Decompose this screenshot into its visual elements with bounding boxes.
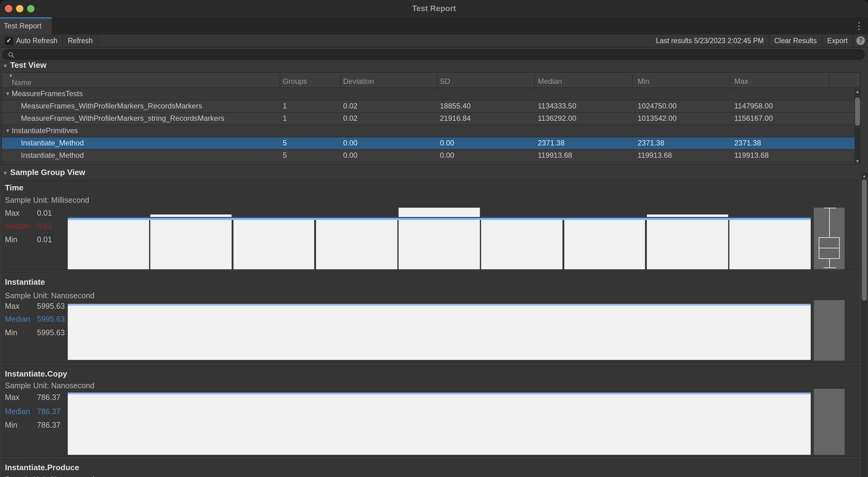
sample-bar[interactable] <box>730 217 811 269</box>
sample-group-name: Time <box>5 183 23 192</box>
column-header-groups[interactable]: Groups <box>283 77 307 86</box>
toolbar-divider <box>98 34 98 47</box>
table-row[interactable]: MeasureFrames_WithProfilerMarkers_string… <box>2 113 860 125</box>
sample-bar[interactable] <box>482 217 563 269</box>
boxplot-bottom-whisker-cap <box>824 267 836 268</box>
max-label: Max <box>5 209 37 217</box>
scroll-up-icon[interactable]: ▲ <box>861 174 867 178</box>
column-header-sd[interactable]: SD <box>440 77 450 86</box>
deviation-cell: 0.00 <box>343 138 358 149</box>
sort-ascending-icon: ▲ <box>9 73 13 77</box>
refresh-button[interactable]: Refresh <box>63 34 98 47</box>
sample-bar[interactable] <box>564 217 645 269</box>
search-input[interactable] <box>2 49 865 60</box>
table-row[interactable]: Instantiate_Method50.000.002371.382371.3… <box>2 138 860 150</box>
column-divider[interactable] <box>730 74 730 87</box>
groups-cell: 5 <box>283 138 287 149</box>
max-value: 0.01 <box>37 209 52 217</box>
boxplot-widget <box>814 208 845 269</box>
column-header-deviation[interactable]: Deviation <box>343 77 374 86</box>
last-results-label: Last results 5/23/2023 2:02:45 PM <box>651 34 769 47</box>
median-value: 0.01 <box>37 222 52 231</box>
foldout-open-icon[interactable]: ▼ <box>2 170 8 176</box>
column-header-name[interactable]: Name <box>12 78 31 87</box>
sample-unit-label: Sample Unit: Nanosecond <box>5 382 94 390</box>
sd-cell: 0.00 <box>440 138 454 149</box>
sample-bar[interactable] <box>233 217 314 269</box>
table-scrollbar[interactable]: ▲ ▼ <box>855 89 861 164</box>
help-icon[interactable]: ? <box>856 36 865 45</box>
column-divider[interactable] <box>340 74 341 87</box>
median-overlay-line <box>68 217 811 218</box>
deviation-cell: 0.02 <box>343 113 358 124</box>
column-divider[interactable] <box>632 74 633 87</box>
column-header-min[interactable]: Min <box>638 77 650 86</box>
auto-refresh-toggle[interactable]: ✓ Auto Refresh <box>0 34 62 47</box>
max-cell: 2371.38 <box>734 138 761 149</box>
max-cell: 1156167.00 <box>734 113 773 124</box>
bar-top-line <box>68 393 811 394</box>
checkbox-check-icon[interactable]: ✓ <box>5 37 13 45</box>
boxplot-lower-whisker <box>829 259 830 268</box>
foldout-open-icon[interactable]: ▼ <box>2 63 8 69</box>
boxplot-widget <box>814 389 845 455</box>
scroll-down-icon[interactable]: ▼ <box>855 159 861 163</box>
median-label: Median <box>5 315 37 324</box>
min-value: 5995.63 <box>37 328 65 337</box>
table-row[interactable]: Instantiate_Method50.000.00119913.681199… <box>2 150 860 162</box>
title-bar[interactable]: Test Report <box>0 0 868 17</box>
column-divider[interactable] <box>829 74 830 87</box>
window-title: Test Report <box>0 0 868 17</box>
sample-group-panel-instantiate-copy: Instantiate.Copy Sample Unit: Nanosecond… <box>2 365 859 457</box>
foldout-open-icon[interactable]: ▼ <box>5 88 10 100</box>
column-header-median[interactable]: Median <box>538 77 562 86</box>
sample-bar[interactable] <box>647 214 728 269</box>
sample-bar[interactable] <box>68 304 811 360</box>
column-header-max[interactable]: Max <box>734 77 748 86</box>
min-cell: 119913.68 <box>638 150 672 161</box>
groups-cell: 1 <box>283 100 287 112</box>
column-divider[interactable] <box>280 74 280 87</box>
deviation-cell: 0.00 <box>343 150 358 161</box>
max-cell: 1147958.00 <box>734 100 773 112</box>
sample-bar[interactable] <box>68 217 149 269</box>
min-label: Min <box>5 235 37 244</box>
sample-group-panel-instantiate-produce: Instantiate.Produce Sample Unit: Nanosec… <box>2 459 859 477</box>
sample-unit-label: Sample Unit: Nanosecond <box>5 292 94 300</box>
export-button[interactable]: Export <box>823 34 853 47</box>
clear-results-button[interactable]: Clear Results <box>769 34 822 47</box>
group-row[interactable]: ▼MeasureFramesTests <box>2 88 860 100</box>
sample-bar[interactable] <box>151 214 232 269</box>
column-divider[interactable] <box>437 74 437 87</box>
sample-group-view-header[interactable]: ▼ Sample Group View <box>2 168 85 177</box>
bar-top-line <box>68 304 811 306</box>
sample-bar[interactable] <box>68 393 811 455</box>
sd-cell: 21916.84 <box>440 113 471 124</box>
main-scrollbar[interactable]: ▲ <box>861 173 867 477</box>
group-row[interactable]: ▼InstantiatePrimitives <box>2 125 860 138</box>
median-value: 5995.63 <box>37 315 65 324</box>
sample-unit-label: Sample Unit: Millisecond <box>5 196 89 205</box>
tab-test-report[interactable]: Test Report <box>0 17 52 34</box>
median-cell: 119913.68 <box>538 150 572 161</box>
sample-bar[interactable] <box>316 217 397 269</box>
max-cell: 119913.68 <box>734 150 769 161</box>
toolbar: ✓ Auto Refresh Refresh Last results 5/23… <box>0 34 868 48</box>
boxplot-top-whisker-cap <box>824 208 836 208</box>
kebab-menu-icon[interactable]: ⋮ <box>855 20 864 31</box>
groups-cell: 1 <box>283 113 287 124</box>
table-scrollbar-thumb[interactable] <box>855 97 860 126</box>
sample-group-name: Instantiate.Produce <box>5 463 79 472</box>
main-scrollbar-thumb[interactable] <box>862 179 867 301</box>
toolbar-divider <box>852 34 853 47</box>
scroll-up-icon[interactable]: ▲ <box>855 89 861 94</box>
auto-refresh-label: Auto Refresh <box>16 37 57 44</box>
column-divider[interactable] <box>534 74 535 87</box>
foldout-open-icon[interactable]: ▼ <box>5 125 10 137</box>
min-cell: 2371.38 <box>638 138 664 149</box>
sample-group-panel-instantiate: Instantiate Sample Unit: Nanosecond Max5… <box>2 272 859 363</box>
boxplot-median-line <box>819 248 840 248</box>
test-view-header[interactable]: ▼ Test View <box>2 60 46 70</box>
table-row[interactable]: MeasureFrames_WithProfilerMarkers_Record… <box>2 100 860 113</box>
bar-top-line <box>68 218 811 220</box>
